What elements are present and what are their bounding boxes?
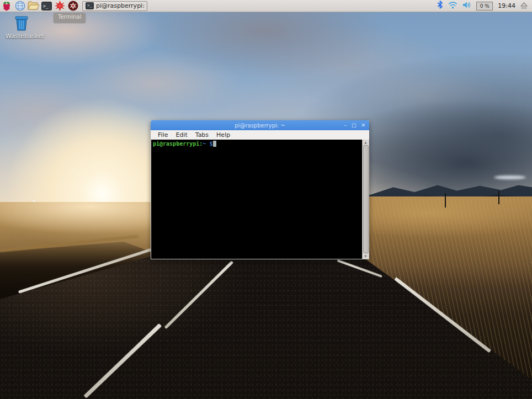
fence-post — [498, 191, 499, 204]
eject-icon[interactable] — [520, 1, 528, 11]
menu-file[interactable]: File — [154, 131, 172, 139]
terminal-content[interactable]: pi@raspberrypi:~ $ ▲ ▼ — [151, 140, 369, 259]
terminal-cursor — [213, 141, 216, 147]
taskbar-window-label: pi@raspberrypi: ~ — [96, 2, 144, 9]
globe-icon — [15, 1, 25, 11]
window-menubar: File Edit Tabs Help — [151, 130, 369, 140]
launcher-tooltip: Terminal — [54, 13, 86, 23]
terminal-window: pi@raspberrypi: ~ – □ ✕ File Edit Tabs H… — [151, 120, 369, 259]
scroll-up-icon[interactable]: ▲ — [365, 140, 367, 145]
fence-post — [445, 193, 446, 208]
wolfram-launcher[interactable] — [66, 1, 79, 12]
maximize-button[interactable]: □ — [352, 120, 357, 130]
raspberry-menu-icon — [2, 1, 12, 11]
scroll-down-icon[interactable]: ▼ — [365, 253, 367, 259]
folder-icon — [28, 1, 39, 10]
menu-edit[interactable]: Edit — [172, 131, 191, 139]
menu-help[interactable]: Help — [212, 131, 234, 139]
spikey-star-icon — [55, 1, 65, 11]
taskbar-window-button[interactable]: >_ pi@raspberrypi: ~ — [82, 1, 147, 11]
file-manager-launcher[interactable] — [26, 1, 40, 12]
window-title: pi@raspberrypi: ~ — [235, 123, 285, 129]
wallpaper-snow-patch — [494, 175, 526, 179]
taskbar: >_ >_ pi@raspberrypi: ~ — [0, 0, 532, 12]
terminal-scrollbar[interactable]: ▲ ▼ — [362, 140, 369, 259]
volume-icon[interactable] — [462, 1, 471, 11]
clock[interactable]: 19:44 — [498, 2, 515, 9]
wifi-icon[interactable] — [448, 1, 457, 11]
window-titlebar[interactable]: pi@raspberrypi: ~ – □ ✕ — [151, 120, 369, 130]
scrollbar-thumb[interactable] — [363, 145, 369, 253]
mathematica-launcher[interactable] — [53, 1, 66, 12]
browser-launcher[interactable] — [13, 1, 26, 12]
svg-text:>_: >_ — [43, 4, 49, 9]
wastebasket-label: Wastebasket — [6, 33, 38, 40]
terminal-launcher[interactable]: >_ — [40, 1, 53, 12]
wastebasket-desktop-icon[interactable]: Wastebasket — [6, 15, 38, 40]
prompt-symbol: $ — [209, 141, 212, 147]
terminal-icon: >_ — [41, 2, 52, 10]
wastebasket-icon — [14, 15, 29, 31]
menu-tabs[interactable]: Tabs — [191, 131, 212, 139]
system-tray: 0 % 19:44 — [437, 1, 532, 11]
close-button[interactable]: ✕ — [361, 120, 365, 130]
minimize-button[interactable]: – — [344, 120, 347, 130]
terminal-prompt-line: pi@raspberrypi:~ $ — [151, 140, 362, 259]
window-controls: – □ ✕ — [344, 120, 365, 130]
cpu-monitor[interactable]: 0 % — [476, 2, 493, 10]
menu-button[interactable] — [0, 1, 13, 12]
prompt-user-host: pi@raspberrypi — [153, 141, 199, 147]
wolfram-icon — [68, 1, 78, 11]
terminal-icon: >_ — [86, 2, 94, 9]
bluetooth-icon[interactable] — [437, 1, 443, 11]
desktop: >_ >_ pi@raspberrypi: ~ — [0, 0, 532, 399]
